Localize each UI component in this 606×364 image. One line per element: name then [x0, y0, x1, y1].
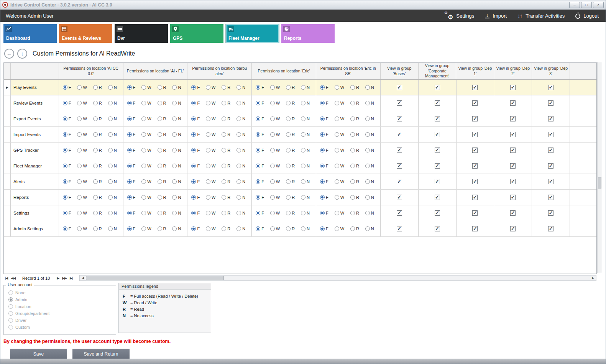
radio-button-icon[interactable]: [127, 101, 132, 105]
radio-button-icon[interactable]: [270, 164, 275, 168]
permission-option-r[interactable]: R: [93, 101, 102, 105]
radio-button-icon[interactable]: [286, 148, 291, 152]
permission-option-n[interactable]: N: [301, 226, 310, 231]
radio-button-icon[interactable]: [350, 195, 355, 200]
radio-button-icon[interactable]: [350, 85, 355, 90]
radio-button-icon[interactable]: [270, 211, 275, 215]
permission-option-f[interactable]: F: [191, 179, 200, 184]
radio-button-icon[interactable]: [93, 132, 98, 137]
permission-option-f[interactable]: F: [256, 226, 264, 231]
radio-button-icon[interactable]: [8, 290, 13, 295]
permission-option-f[interactable]: F: [127, 85, 136, 90]
checkbox-icon[interactable]: ✓: [435, 85, 440, 90]
radio-button-icon[interactable]: [191, 85, 196, 90]
permission-option-f[interactable]: F: [127, 179, 136, 184]
radio-button-icon[interactable]: [8, 311, 13, 316]
radio-button-icon[interactable]: [93, 164, 98, 168]
radio-button-icon[interactable]: [206, 132, 210, 137]
permission-option-f[interactable]: F: [320, 195, 328, 200]
permission-option-n[interactable]: N: [301, 101, 310, 105]
nav-next-button[interactable]: ▶: [57, 276, 59, 280]
checkbox-icon[interactable]: ✓: [548, 116, 553, 121]
permission-option-w[interactable]: W: [335, 226, 344, 231]
checkbox-icon[interactable]: ✓: [548, 179, 553, 184]
vscroll-thumb[interactable]: [598, 177, 601, 189]
radio-button-icon[interactable]: [63, 164, 67, 168]
permission-option-f[interactable]: F: [320, 211, 328, 215]
permission-option-w[interactable]: W: [270, 132, 280, 137]
checkbox-icon[interactable]: ✓: [397, 195, 402, 200]
radio-button-icon[interactable]: [172, 211, 177, 215]
radio-button-icon[interactable]: [335, 211, 339, 215]
radio-button-icon[interactable]: [108, 132, 113, 137]
table-row[interactable]: Fleet ManagerFWRNFWRNFWRNFWRNFWRN✓✓✓✓✓: [4, 158, 596, 174]
permission-option-f[interactable]: F: [320, 132, 328, 137]
radio-button-icon[interactable]: [320, 164, 325, 168]
permission-option-n[interactable]: N: [172, 148, 181, 152]
permission-option-w[interactable]: W: [335, 116, 344, 121]
permission-option-f[interactable]: F: [256, 148, 264, 152]
permission-option-f[interactable]: F: [191, 132, 200, 137]
permission-option-n[interactable]: N: [172, 132, 181, 137]
radio-button-icon[interactable]: [191, 132, 196, 137]
tab-events[interactable]: Events & Reviews: [59, 24, 112, 43]
radio-button-icon[interactable]: [286, 132, 291, 137]
permission-option-f[interactable]: F: [127, 164, 136, 168]
permission-option-w[interactable]: W: [141, 132, 151, 137]
tab-fleet[interactable]: Fleet Manager: [226, 24, 279, 43]
permission-option-f[interactable]: F: [127, 116, 136, 121]
permission-option-r[interactable]: R: [93, 85, 102, 90]
checkbox-icon[interactable]: ✓: [397, 179, 402, 184]
radio-button-icon[interactable]: [301, 179, 305, 184]
permission-option-w[interactable]: W: [270, 179, 280, 184]
permission-option-n[interactable]: N: [108, 101, 117, 105]
radio-button-icon[interactable]: [236, 179, 241, 184]
radio-button-icon[interactable]: [365, 226, 370, 231]
permission-option-n[interactable]: N: [365, 85, 374, 90]
radio-button-icon[interactable]: [286, 164, 291, 168]
permission-option-w[interactable]: W: [77, 85, 87, 90]
permission-option-n[interactable]: N: [108, 226, 117, 231]
permission-option-r[interactable]: R: [350, 132, 359, 137]
permission-option-r[interactable]: R: [350, 195, 359, 200]
radio-button-icon[interactable]: [8, 297, 13, 302]
radio-button-icon[interactable]: [206, 226, 210, 231]
radio-button-icon[interactable]: [77, 164, 82, 168]
checkbox-icon[interactable]: ✓: [472, 179, 478, 184]
permission-option-w[interactable]: W: [335, 195, 344, 200]
checkbox-icon[interactable]: ✓: [397, 85, 402, 90]
permission-option-r[interactable]: R: [222, 148, 230, 152]
radio-button-icon[interactable]: [93, 116, 98, 121]
permission-option-n[interactable]: N: [301, 148, 310, 152]
permission-option-r[interactable]: R: [286, 211, 295, 215]
topbar-action-transfer[interactable]: ↓↑Transfer Activities: [517, 13, 565, 19]
permission-option-f[interactable]: F: [63, 195, 71, 200]
radio-button-icon[interactable]: [172, 148, 177, 152]
topbar-action-settings[interactable]: ⚙⚙Settings: [445, 12, 474, 20]
checkbox-icon[interactable]: ✓: [397, 226, 402, 231]
radio-button-icon[interactable]: [256, 132, 260, 137]
permission-option-n[interactable]: N: [365, 148, 374, 152]
checkbox-icon[interactable]: ✓: [510, 195, 516, 200]
nav-last-button[interactable]: ▶|: [70, 276, 72, 280]
permission-option-w[interactable]: W: [77, 132, 87, 137]
radio-button-icon[interactable]: [191, 148, 196, 152]
permission-option-f[interactable]: F: [256, 132, 264, 137]
radio-button-icon[interactable]: [320, 179, 325, 184]
radio-button-icon[interactable]: [320, 132, 325, 137]
permission-option-w[interactable]: W: [335, 179, 344, 184]
expand-button[interactable]: ↓: [17, 49, 27, 59]
radio-button-icon[interactable]: [93, 148, 98, 152]
permission-option-f[interactable]: F: [191, 195, 200, 200]
permission-option-f[interactable]: F: [191, 211, 200, 215]
radio-button-icon[interactable]: [172, 179, 177, 184]
checkbox-icon[interactable]: ✓: [510, 116, 516, 121]
minimize-button[interactable]: –: [569, 2, 580, 8]
radio-button-icon[interactable]: [206, 195, 210, 200]
permission-option-w[interactable]: W: [335, 211, 344, 215]
permission-option-f[interactable]: F: [256, 211, 264, 215]
checkbox-icon[interactable]: ✓: [510, 148, 516, 153]
permission-option-f[interactable]: F: [320, 101, 328, 105]
permission-option-w[interactable]: W: [77, 179, 87, 184]
permission-option-n[interactable]: N: [236, 179, 245, 184]
